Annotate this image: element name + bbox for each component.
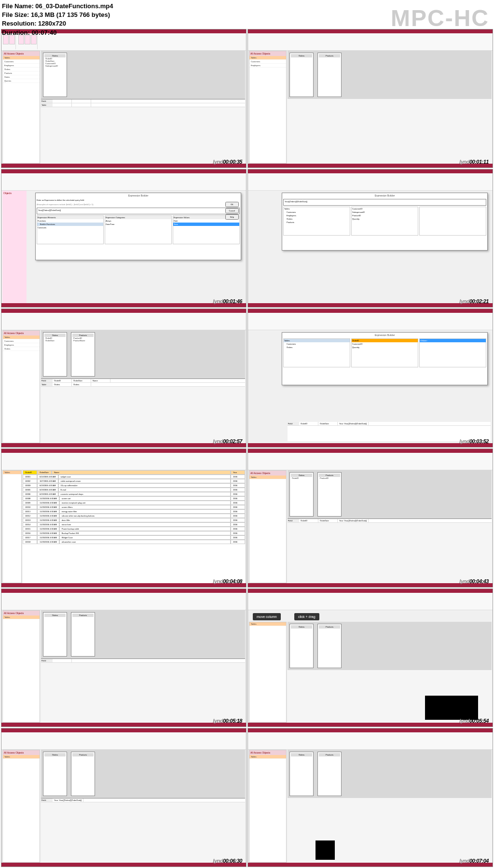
access-sidebar[interactable]: All Access Objects Tables Customers Empl… — [2, 51, 40, 164]
highlight-overlay-2 — [316, 840, 335, 860]
thumbnail-9[interactable]: All Access ObjectsTables Orders Products… — [1, 588, 247, 728]
timestamp-3: lynd00:01:46 — [213, 298, 242, 304]
thumbnail-grid: All Access Objects Tables Customers Empl… — [1, 29, 493, 867]
timestamp-8: lynd00:04:43 — [459, 578, 489, 584]
thumbnail-6[interactable]: Expression Builder Tables Customers Orde… — [247, 308, 493, 448]
thumbnail-5[interactable]: All Access Objects Tables Customers Empl… — [1, 308, 247, 448]
expression-input[interactable]: Year([Orders]![OrderDate]) — [37, 208, 240, 214]
timestamp-4: lynd00:02:21 — [459, 298, 489, 304]
click-drag-tooltip: click + drag — [294, 613, 319, 620]
timestamp-9: lynd00:05:18 — [213, 718, 242, 724]
timestamp-6: lynd00:03:52 — [459, 438, 489, 444]
thumbnail-11[interactable]: All Access ObjectsTables Orders Products… — [1, 728, 247, 867]
timestamp-7: lynd00:04:08 — [213, 578, 242, 584]
expression-builder-dialog[interactable]: Expression Builder Enter an Expression t… — [35, 193, 241, 260]
move-column-tooltip: move column — [253, 613, 281, 620]
thumbnail-2[interactable]: All Access Objects Tables Customers Empl… — [247, 29, 493, 168]
file-info-header: File Name: 06_03-DateFunctions.mp4 File … — [2, 2, 113, 37]
file-resolution: Resolution: 1280x720 — [2, 19, 113, 28]
cancel-button[interactable]: Cancel — [225, 208, 239, 213]
timestamp-1: lynd00:00:35 — [213, 159, 242, 165]
thumbnail-3[interactable]: Objects Expression Builder Enter an Expr… — [1, 169, 247, 308]
expression-builder-dialog-2[interactable]: Expression Builder Year([Orders]![OrderD… — [282, 193, 488, 251]
dialog-title: Expression Builder — [36, 193, 241, 198]
orders-table-box[interactable]: Orders OrderID OrderDate CustomerID Sale… — [43, 53, 67, 97]
timestamp-5: lynd00:02:57 — [213, 438, 242, 444]
timestamp-11: lynd00:06:30 — [213, 858, 242, 864]
help-button[interactable]: Help — [225, 214, 239, 220]
timestamp-12: lynd00:07:04 — [459, 858, 489, 864]
thumbnail-7[interactable]: Tables OrderID OrderDate Name Year 10001… — [1, 448, 247, 588]
datasheet-view[interactable]: OrderID OrderDate Name Year 100016/24/20… — [23, 470, 245, 583]
player-watermark: MPC-HC — [391, 5, 489, 31]
thumbnail-4[interactable]: Expression Builder Year([Orders]![OrderD… — [247, 169, 493, 308]
file-size: File Size: 16,3 MB (17 135 766 bytes) — [2, 11, 113, 19]
highlight-overlay — [425, 696, 478, 720]
file-duration: Duration: 00:07:40 — [2, 28, 113, 37]
thumbnail-12[interactable]: All Access ObjectsTables Orders Products… — [247, 728, 493, 867]
timestamp-2: lynd00:01:11 — [459, 159, 489, 165]
thumbnail-8[interactable]: All Access ObjectsTables OrdersOrderID P… — [247, 448, 493, 588]
expression-builder-dialog-3[interactable]: Expression Builder Tables Customers Orde… — [282, 332, 488, 385]
ok-button[interactable]: OK — [225, 202, 239, 207]
timestamp-10: lynd00:05:54 — [459, 718, 489, 724]
thumbnail-10[interactable]: move column click + drag Tables Orders P… — [247, 588, 493, 728]
file-name: File Name: 06_03-DateFunctions.mp4 — [2, 2, 113, 11]
query-design-area[interactable]: Orders OrderID OrderDate CustomerID Sale… — [41, 51, 245, 164]
thumbnail-1[interactable]: All Access Objects Tables Customers Empl… — [1, 29, 247, 168]
